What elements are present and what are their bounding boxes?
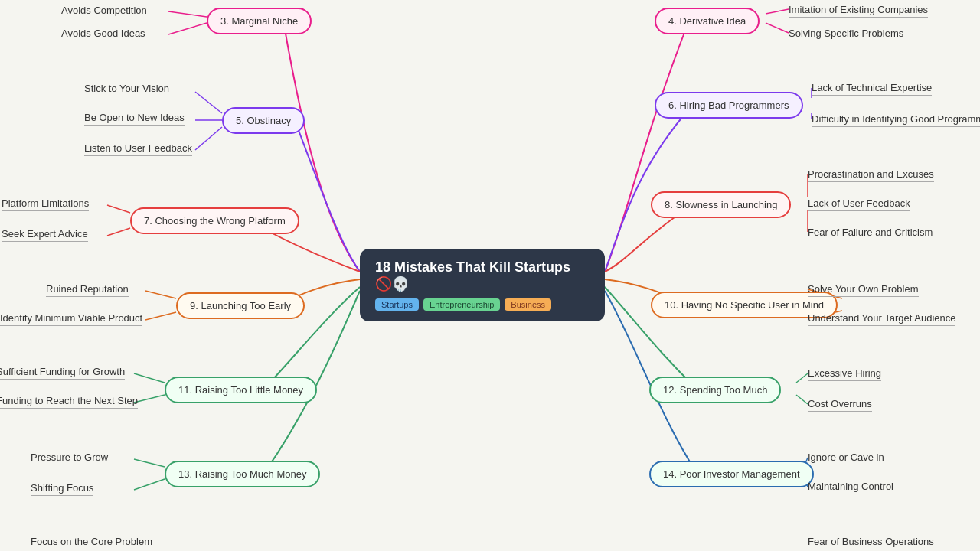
leaf-difficulty-identifying: Difficulty in Identifying Good Programme… — [812, 113, 980, 125]
svg-line-14 — [766, 23, 789, 33]
svg-line-9 — [134, 373, 165, 383]
node-derivative-idea[interactable]: 4. Derivative Idea — [655, 8, 760, 34]
center-tags: Startups Entrepreneurship Business — [375, 298, 590, 311]
node-too-little-money[interactable]: 11. Raising Too Little Money — [165, 377, 317, 403]
leaf-excessive-hiring: Excessive Hiring — [808, 367, 881, 379]
tag-business[interactable]: Business — [505, 298, 551, 311]
svg-line-23 — [796, 395, 808, 404]
tag-entrepreneurship[interactable]: Entrepreneurship — [423, 298, 500, 311]
leaf-avoids-competition: Avoids Competition — [61, 5, 147, 16]
tag-startups[interactable]: Startups — [375, 298, 419, 311]
leaf-user-feedback: Listen to User Feedback — [84, 142, 192, 154]
leaf-solve-own-problem: Solve Your Own Problem — [808, 283, 919, 295]
svg-line-4 — [195, 127, 222, 150]
node-poor-investor-management[interactable]: 14. Poor Investor Management — [649, 461, 814, 487]
leaf-ignore-cave: Ignore or Cave in — [808, 452, 884, 463]
leaf-understand-target: Understand Your Target Audience — [808, 312, 956, 324]
leaf-imitation: Imitation of Existing Companies — [789, 4, 928, 15]
leaf-procrastination: Procrastination and Excuses — [808, 168, 934, 180]
center-node: 18 Mistakes That Kill Startups 🚫💀 Startu… — [360, 249, 605, 321]
leaf-shifting-focus: Shifting Focus — [31, 482, 93, 494]
node-too-much-money[interactable]: 13. Raising Too Much Money — [165, 461, 320, 487]
node-launching-too-early[interactable]: 9. Launching Too Early — [176, 292, 305, 319]
node-marginal-niche[interactable]: 3. Marginal Niche — [207, 8, 312, 34]
node-obstinacy[interactable]: 5. Obstinacy — [222, 107, 305, 134]
leaf-core-problem: Focus on the Core Problem — [31, 536, 152, 547]
center-title: 18 Mistakes That Kill Startups 🚫💀 — [375, 259, 590, 292]
svg-line-12 — [134, 479, 165, 490]
leaf-funding-next-step: Funding to Reach the Next Step — [0, 395, 138, 406]
leaf-cost-overruns: Cost Overruns — [808, 398, 872, 409]
leaf-maintaining-control: Maintaining Control — [808, 481, 893, 492]
svg-line-11 — [134, 459, 165, 467]
node-spending-too-much[interactable]: 12. Spending Too Much — [649, 377, 781, 403]
leaf-ruined-reputation: Ruined Reputation — [46, 283, 129, 295]
svg-line-5 — [107, 205, 130, 213]
leaf-fear-failure: Fear of Failure and Criticism — [808, 227, 933, 238]
svg-line-22 — [796, 373, 808, 383]
svg-line-2 — [195, 92, 222, 113]
leaf-avoids-good-ideas: Avoids Good Ideas — [61, 28, 145, 39]
svg-line-8 — [145, 312, 176, 320]
leaf-seek-expert: Seek Expert Advice — [2, 228, 88, 240]
leaf-solving-specific: Solving Specific Problems — [789, 28, 903, 39]
svg-line-1 — [168, 23, 207, 34]
leaf-stick-vision: Stick to Your Vision — [84, 83, 169, 94]
leaf-pressure-grow: Pressure to Grow — [31, 452, 108, 463]
leaf-lack-user-feedback: Lack of User Feedback — [808, 197, 910, 209]
svg-line-0 — [168, 11, 207, 17]
node-wrong-platform[interactable]: 7. Choosing the Wrong Platform — [130, 207, 299, 234]
leaf-platform-limitations: Platform Limitations — [2, 197, 89, 209]
leaf-open-ideas: Be Open to New Ideas — [84, 112, 185, 123]
svg-line-10 — [134, 395, 165, 403]
leaf-fear-business-ops: Fear of Business Operations — [808, 536, 934, 547]
svg-line-7 — [145, 291, 176, 298]
svg-line-13 — [766, 9, 789, 14]
leaf-lack-technical: Lack of Technical Expertise — [812, 82, 932, 93]
node-hiring-bad-programmers[interactable]: 6. Hiring Bad Programmers — [655, 92, 803, 119]
svg-line-6 — [107, 228, 130, 236]
leaf-mvp: Identify Minimum Viable Product — [0, 312, 142, 324]
node-slowness-launching[interactable]: 8. Slowness in Launching — [651, 191, 791, 218]
leaf-sufficient-funding: Sufficient Funding for Growth — [0, 366, 125, 377]
